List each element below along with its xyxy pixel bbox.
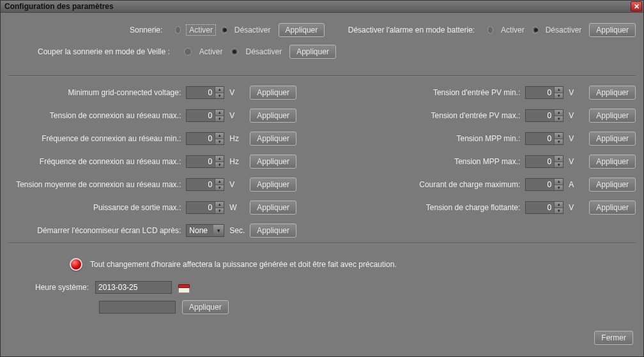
apply-button[interactable]: Appliquer: [250, 201, 296, 215]
chevron-down-icon[interactable]: ▼: [215, 139, 224, 145]
chevron-up-icon[interactable]: ▲: [215, 179, 224, 185]
chevron-up-icon[interactable]: ▲: [215, 110, 224, 116]
label-couper-sonnerie: Couper la sonnerie en mode de Veille :: [38, 47, 170, 56]
chevron-up-icon[interactable]: ▲: [215, 87, 224, 93]
apply-sonnerie-button[interactable]: Appliquer: [279, 23, 325, 37]
param-grid-avg-voltage: Tension moyenne de connexion au réseau m…: [8, 178, 296, 192]
dropdown-lcd-saver[interactable]: None ▼: [186, 224, 224, 237]
right-column: Tension d'entrée PV min.: 0 ▲▼ V Appliqu…: [348, 86, 636, 238]
spinner-mpp-max[interactable]: 0 ▲▼: [525, 155, 564, 168]
chevron-down-icon[interactable]: ▼: [215, 185, 224, 191]
warning-icon: [70, 258, 82, 271]
apply-veille-button[interactable]: Appliquer: [289, 45, 336, 59]
spinner-float-voltage[interactable]: 0 ▲▼: [525, 201, 564, 214]
spinner-output-power[interactable]: 0 ▲▼: [186, 201, 224, 214]
content-area: Sonnerie: Activer Désactiver Appliquer D…: [1, 13, 643, 356]
titlebar: Configuration des paramètres ✕: [1, 1, 643, 13]
calendar-icon[interactable]: [178, 283, 188, 292]
spinner-grid-min-freq[interactable]: 0 ▲▼: [186, 132, 224, 145]
close-icon[interactable]: ✕: [631, 1, 642, 11]
param-grid-max-voltage: Tension de connexion au réseau max.: 0 ▲…: [8, 109, 296, 123]
chevron-down-icon[interactable]: ▼: [555, 185, 563, 191]
chevron-down-icon[interactable]: ▼: [555, 139, 563, 145]
chevron-up-icon[interactable]: ▲: [555, 179, 563, 185]
param-mpp-max: Tension MPP max.: 0 ▲▼ V Appliquer: [348, 155, 636, 169]
param-grid-min-freq: Fréquence de connexion au réseau min.: 0…: [8, 132, 296, 146]
time-row: Appliquer: [8, 300, 636, 314]
spinner-grid-avg-voltage[interactable]: 0 ▲▼: [186, 178, 224, 191]
chevron-up-icon[interactable]: ▲: [215, 156, 224, 162]
chevron-down-icon[interactable]: ▼: [215, 116, 224, 122]
apply-button[interactable]: Appliquer: [589, 86, 636, 100]
radio-label-activer: Activer: [186, 24, 216, 36]
chevron-down-icon[interactable]: ▼: [555, 116, 563, 122]
apply-button[interactable]: Appliquer: [250, 178, 296, 192]
spinner-grid-min-voltage[interactable]: 0 ▲▼: [186, 86, 224, 99]
time-input[interactable]: [99, 301, 176, 314]
spinner-grid-max-freq[interactable]: 0 ▲▼: [186, 155, 224, 168]
param-charge-current: Courant de charge maximum: 0 ▲▼ A Appliq…: [348, 178, 636, 192]
apply-button[interactable]: Appliquer: [589, 132, 636, 146]
window-title: Configuration des paramètres: [4, 2, 114, 11]
chevron-up-icon[interactable]: ▲: [555, 133, 563, 139]
radio-sonnerie-activer[interactable]: [175, 26, 181, 34]
spinner-mpp-min[interactable]: 0 ▲▼: [525, 132, 564, 145]
config-window: Configuration des paramètres ✕ Sonnerie:…: [0, 0, 644, 357]
apply-button[interactable]: Appliquer: [589, 155, 636, 169]
radio-label-desactiver: Désactiver: [232, 26, 273, 34]
param-pv-min: Tension d'entrée PV min.: 0 ▲▼ V Appliqu…: [348, 86, 636, 100]
spinner-charge-current[interactable]: 0 ▲▼: [525, 178, 564, 191]
chevron-up-icon[interactable]: ▲: [555, 110, 563, 116]
chevron-up-icon[interactable]: ▲: [555, 202, 563, 208]
chevron-up-icon[interactable]: ▲: [555, 87, 563, 93]
spinner-grid-max-voltage[interactable]: 0 ▲▼: [186, 109, 224, 122]
chevron-down-icon[interactable]: ▼: [215, 93, 224, 99]
divider-top: [8, 75, 636, 77]
apply-button[interactable]: Appliquer: [589, 178, 636, 192]
spinner-pv-min[interactable]: 0 ▲▼: [525, 86, 564, 99]
param-mpp-min: Tension MPP min.: 0 ▲▼ V Appliquer: [348, 132, 636, 146]
params-section: Minimum grid-connected voltage: 0 ▲▼ V A…: [8, 82, 636, 241]
apply-button[interactable]: Appliquer: [589, 109, 636, 123]
chevron-up-icon[interactable]: ▲: [215, 202, 224, 208]
radio-sonnerie-desactiver[interactable]: [221, 26, 227, 34]
radio-veille-desactiver[interactable]: [231, 48, 238, 56]
apply-button[interactable]: Appliquer: [589, 201, 636, 215]
apply-button[interactable]: Appliquer: [250, 109, 296, 123]
close-button[interactable]: Fermer: [594, 331, 633, 345]
param-grid-min-voltage: Minimum grid-connected voltage: 0 ▲▼ V A…: [8, 86, 296, 100]
radio-alarme-activer[interactable]: [487, 26, 493, 34]
chevron-down-icon[interactable]: ▼: [555, 162, 563, 168]
radio-veille-activer[interactable]: [184, 48, 192, 56]
label-alarme-batterie: Désactiver l'alarme en mode batterie:: [348, 26, 475, 34]
param-float-voltage: Tension de charge flottante: 0 ▲▼ V Appl…: [348, 201, 636, 215]
param-output-power: Puissance de sortie max.: 0 ▲▼ W Appliqu…: [8, 201, 296, 215]
divider-bottom: [8, 243, 636, 244]
spinner-pv-max[interactable]: 0 ▲▼: [525, 109, 564, 122]
date-input[interactable]: [95, 281, 172, 294]
alarm-settings: Sonnerie: Activer Désactiver Appliquer D…: [8, 19, 636, 74]
apply-button[interactable]: Appliquer: [250, 86, 296, 100]
chevron-down-icon[interactable]: ▼: [555, 93, 563, 99]
label-sonnerie: Sonnerie:: [130, 26, 162, 34]
chevron-up-icon[interactable]: ▲: [555, 156, 563, 162]
footer: Fermer: [8, 326, 636, 350]
radio-alarme-desactiver[interactable]: [532, 26, 538, 34]
chevron-down-icon[interactable]: ▼: [215, 162, 224, 168]
param-pv-max: Tension d'entrée PV max.: 0 ▲▼ V Appliqu…: [348, 109, 636, 123]
chevron-down-icon[interactable]: ▼: [555, 208, 563, 214]
row-sonnerie-and-alarm: Sonnerie: Activer Désactiver Appliquer D…: [8, 23, 636, 37]
apply-button[interactable]: Appliquer: [250, 224, 296, 238]
warning-row: Tout changement d'horaire affectera la p…: [8, 258, 636, 271]
param-lcd-saver: Démarrer l'économiseur écran LCD après: …: [8, 224, 296, 238]
chevron-down-icon[interactable]: ▼: [215, 208, 224, 214]
apply-button[interactable]: Appliquer: [250, 155, 296, 169]
row-couper-sonnerie: Couper la sonnerie en mode de Veille : A…: [8, 45, 636, 59]
label-system-time: Heure système:: [35, 283, 89, 292]
apply-alarme-button[interactable]: Appliquer: [589, 23, 636, 37]
apply-button[interactable]: Appliquer: [250, 132, 296, 146]
apply-time-button[interactable]: Appliquer: [182, 300, 229, 314]
chevron-up-icon[interactable]: ▲: [215, 133, 224, 139]
chevron-down-icon[interactable]: ▼: [213, 225, 224, 236]
left-column: Minimum grid-connected voltage: 0 ▲▼ V A…: [8, 86, 296, 238]
